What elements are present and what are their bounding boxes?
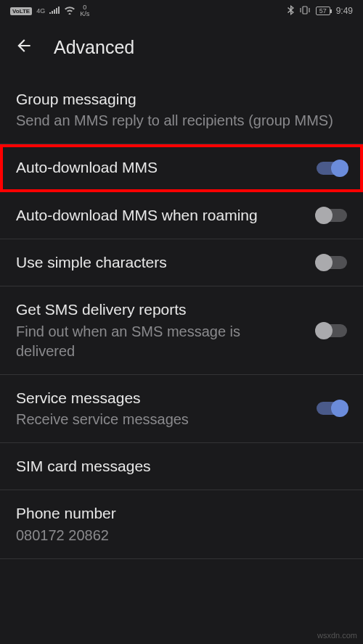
back-arrow-icon[interactable] bbox=[15, 36, 33, 58]
setting-item[interactable]: Use simple characters bbox=[0, 239, 363, 286]
setting-subtitle: Send an MMS reply to all recipients (gro… bbox=[16, 111, 347, 131]
toggle-switch[interactable] bbox=[317, 256, 347, 269]
setting-title: Use simple characters bbox=[16, 252, 302, 273]
setting-title: Phone number bbox=[16, 503, 347, 524]
battery-indicator: 57 bbox=[316, 7, 330, 15]
setting-title: Auto-download MMS bbox=[16, 157, 302, 178]
setting-item[interactable]: Group messagingSend an MMS reply to all … bbox=[0, 76, 363, 144]
setting-title: Auto-download MMS when roaming bbox=[16, 205, 302, 226]
svg-rect-0 bbox=[303, 7, 307, 14]
clock: 9:49 bbox=[336, 6, 353, 16]
settings-list: Group messagingSend an MMS reply to all … bbox=[0, 76, 363, 559]
volte-badge: VoLTE bbox=[10, 7, 32, 15]
header: Advanced bbox=[0, 22, 363, 76]
status-right: 57 9:49 bbox=[287, 5, 353, 17]
setting-item[interactable]: Service messagesReceive service messages bbox=[0, 375, 363, 443]
setting-item[interactable]: Get SMS delivery reportsFind out when an… bbox=[0, 286, 363, 374]
bluetooth-icon bbox=[287, 5, 294, 17]
setting-title: Group messaging bbox=[16, 89, 347, 110]
setting-text: Get SMS delivery reportsFind out when an… bbox=[16, 300, 302, 360]
setting-subtitle: Receive service messages bbox=[16, 410, 302, 429]
setting-title: SIM card messages bbox=[16, 456, 347, 476]
setting-text: Phone number080172 20862 bbox=[16, 503, 347, 545]
watermark: wsxdn.com bbox=[317, 631, 357, 640]
signal-icon bbox=[49, 6, 60, 16]
setting-text: Group messagingSend an MMS reply to all … bbox=[16, 89, 347, 131]
setting-text: Use simple characters bbox=[16, 252, 302, 273]
toggle-switch[interactable] bbox=[317, 209, 347, 222]
vibrate-icon bbox=[300, 6, 310, 17]
setting-title: Service messages bbox=[16, 388, 302, 408]
setting-subtitle: 080172 20862 bbox=[16, 526, 347, 545]
setting-text: Auto-download MMS when roaming bbox=[16, 205, 302, 226]
toggle-switch[interactable] bbox=[317, 324, 347, 337]
wifi-icon bbox=[64, 6, 76, 17]
speed-indicator: 0 K/s bbox=[80, 4, 89, 17]
status-bar: VoLTE 4G 0 K/s 57 9:49 bbox=[0, 0, 363, 22]
toggle-switch[interactable] bbox=[317, 402, 347, 415]
setting-title: Get SMS delivery reports bbox=[16, 300, 302, 320]
setting-item[interactable]: SIM card messages bbox=[0, 443, 363, 490]
setting-item[interactable]: Auto-download MMS bbox=[0, 144, 363, 191]
page-title: Advanced bbox=[54, 37, 134, 58]
setting-text: Auto-download MMS bbox=[16, 157, 302, 178]
setting-text: SIM card messages bbox=[16, 456, 347, 476]
setting-item[interactable]: Phone number080172 20862 bbox=[0, 490, 363, 558]
setting-item[interactable]: Auto-download MMS when roaming bbox=[0, 192, 363, 239]
status-left: VoLTE 4G 0 K/s bbox=[10, 4, 89, 17]
setting-subtitle: Find out when an SMS message is delivere… bbox=[16, 322, 302, 361]
toggle-switch[interactable] bbox=[317, 162, 347, 175]
setting-text: Service messagesReceive service messages bbox=[16, 388, 302, 429]
network-indicator: 4G bbox=[36, 7, 45, 15]
